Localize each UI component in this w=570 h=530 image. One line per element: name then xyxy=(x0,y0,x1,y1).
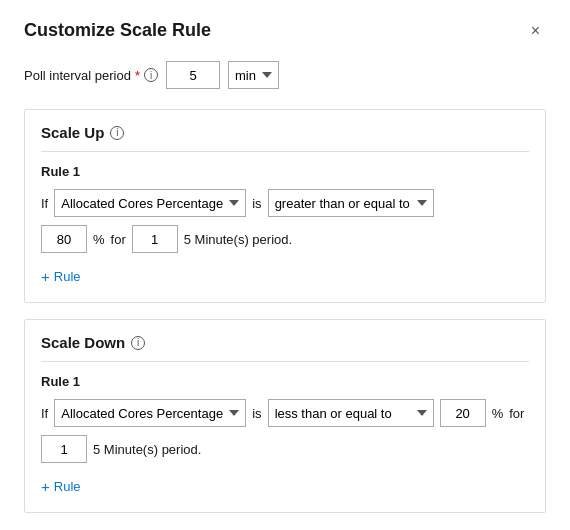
scale-up-plus-icon: + xyxy=(41,269,50,284)
scale-down-is-text: is xyxy=(252,406,261,421)
scale-down-threshold-input[interactable] xyxy=(440,399,486,427)
scale-up-add-rule-button[interactable]: + Rule xyxy=(41,265,81,288)
dialog-title: Customize Scale Rule xyxy=(24,20,211,41)
scale-down-rule-label: Rule 1 xyxy=(41,374,529,389)
scale-down-add-rule-label: Rule xyxy=(54,479,81,494)
scale-up-metric-select[interactable]: Allocated Cores Percentage CPU Usage Mem… xyxy=(54,189,246,217)
scale-up-percent-label: % xyxy=(93,232,105,247)
scale-down-plus-icon: + xyxy=(41,479,50,494)
scale-down-header: Scale Down i xyxy=(41,334,529,351)
customize-scale-rule-dialog: Customize Scale Rule × Poll interval per… xyxy=(0,0,570,530)
scale-up-for-text: for xyxy=(111,232,126,247)
scale-up-info-icon: i xyxy=(110,126,124,140)
poll-interval-row: Poll interval period * i min sec hr xyxy=(24,61,546,89)
scale-up-section: Scale Up i Rule 1 If Allocated Cores Per… xyxy=(24,109,546,303)
scale-up-add-rule-label: Rule xyxy=(54,269,81,284)
scale-up-rule-label: Rule 1 xyxy=(41,164,529,179)
scale-up-threshold-input[interactable] xyxy=(41,225,87,253)
dialog-header: Customize Scale Rule × xyxy=(24,20,546,41)
scale-up-is-text: is xyxy=(252,196,261,211)
poll-unit-select[interactable]: min sec hr xyxy=(228,61,279,89)
scale-down-for-text: for xyxy=(509,406,524,421)
poll-info-icon: i xyxy=(144,68,158,82)
scale-down-period-input[interactable] xyxy=(41,435,87,463)
scale-down-percent-label: % xyxy=(492,406,504,421)
scale-up-period-input[interactable] xyxy=(132,225,178,253)
scale-down-rule-row-2: 5 Minute(s) period. xyxy=(41,435,529,463)
scale-up-header: Scale Up i xyxy=(41,124,529,141)
scale-down-title: Scale Down xyxy=(41,334,125,351)
close-button[interactable]: × xyxy=(525,21,546,41)
scale-up-if-text: If xyxy=(41,196,48,211)
scale-down-if-text: If xyxy=(41,406,48,421)
scale-down-period-text: 5 Minute(s) period. xyxy=(93,442,201,457)
scale-up-rule-row-1: If Allocated Cores Percentage CPU Usage … xyxy=(41,189,529,217)
poll-interval-input[interactable] xyxy=(166,61,220,89)
scale-up-period-text: 5 Minute(s) period. xyxy=(184,232,292,247)
scale-up-condition-select[interactable]: greater than or equal to less than or eq… xyxy=(268,189,434,217)
poll-interval-label: Poll interval period * i xyxy=(24,68,158,83)
scale-down-rule-row-1: If Allocated Cores Percentage CPU Usage … xyxy=(41,399,529,427)
scale-down-divider xyxy=(41,361,529,362)
required-indicator: * xyxy=(135,68,140,83)
scale-up-divider xyxy=(41,151,529,152)
scale-up-rule-row-2: % for 5 Minute(s) period. xyxy=(41,225,529,253)
scale-down-section: Scale Down i Rule 1 If Allocated Cores P… xyxy=(24,319,546,513)
scale-down-info-icon: i xyxy=(131,336,145,350)
scale-up-title: Scale Up xyxy=(41,124,104,141)
scale-down-metric-select[interactable]: Allocated Cores Percentage CPU Usage Mem… xyxy=(54,399,246,427)
scale-down-condition-select[interactable]: greater than or equal to less than or eq… xyxy=(268,399,434,427)
scale-down-add-rule-button[interactable]: + Rule xyxy=(41,475,81,498)
